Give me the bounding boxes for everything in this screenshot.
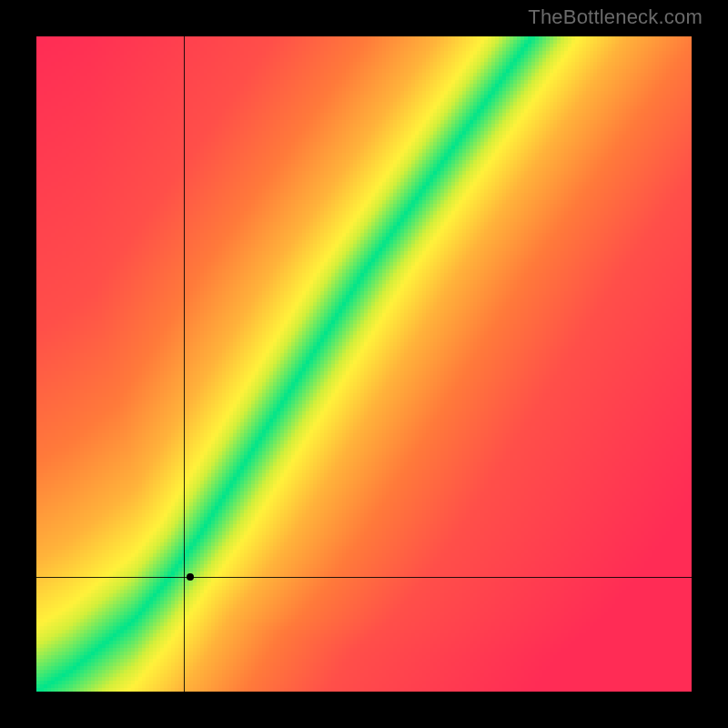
- watermark-text: TheBottleneck.com: [528, 5, 703, 29]
- crosshair-horizontal: [36, 577, 692, 578]
- chart-frame: TheBottleneck.com: [0, 0, 728, 728]
- heatmap-canvas: [36, 36, 692, 692]
- heatmap-plot: [36, 36, 692, 692]
- crosshair-vertical: [184, 36, 185, 692]
